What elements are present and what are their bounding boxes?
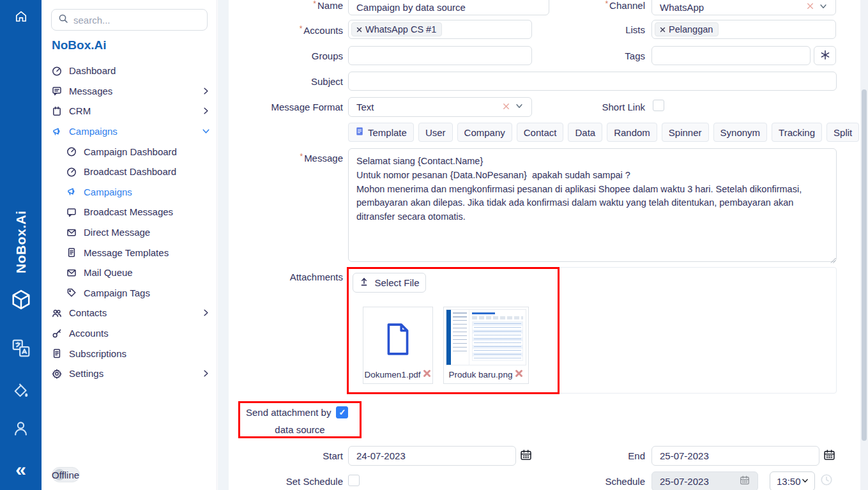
accounts-multiselect[interactable]: WhatsApp CS #1 [348,20,532,39]
insert-contact-button[interactable]: Contact [517,123,564,142]
collapse-sidebar-icon[interactable]: « [0,461,42,478]
dashboard-icon [66,146,77,157]
list-chip: Pelanggan [655,22,719,36]
gear-icon [51,369,62,379]
message-textarea[interactable]: Selamat siang {Contact.Name} Untuk nomor… [348,148,837,262]
remove-chip-icon[interactable] [659,26,666,33]
content-gap [218,0,229,490]
dashboard-icon [51,66,62,76]
theme-paint-icon[interactable] [0,382,42,400]
insert-buttons-row: Template User Company Contact Data Rando… [348,123,859,142]
lists-multiselect[interactable]: Pelanggan [651,20,836,39]
nav-menu: Dashboard Messages CRM Campaigns Campaig… [51,61,211,384]
start-label: Start [234,450,343,461]
chevron-right-icon [201,86,211,96]
campaign-form: *Name *Channel WhatsApp *Accounts WhatsA… [229,0,860,490]
chevron-down-icon [801,476,809,487]
sidebar-item-dashboard[interactable]: Dashboard [51,61,211,81]
calendar-icon[interactable] [520,449,532,461]
sidebar: NoBox.Ai Dashboard Messages CRM Campaign… [42,0,217,490]
insert-split-button[interactable]: Split [826,123,859,142]
sidebar-item-broadcast-messages[interactable]: Broadcast Messages [51,202,211,222]
insert-user-button[interactable]: User [418,123,453,142]
send-attachment-checkbox[interactable]: ✓ [336,406,348,418]
chevron-down-icon [201,126,211,136]
sidebar-item-mail-queue[interactable]: Mail Queue [51,263,211,283]
required-marker: * [605,0,608,8]
sidebar-item-direct-message[interactable]: Direct Message [51,222,211,243]
document-icon [51,348,62,358]
send-attachment-label-2: data source [240,424,360,435]
name-label: *Name [234,0,343,11]
key-icon [51,328,62,339]
delete-attachment-icon[interactable] [515,369,523,379]
sidebar-item-campaigns-sub[interactable]: Campaigns [51,182,211,203]
remove-chip-icon[interactable] [356,26,363,33]
clear-x-icon[interactable] [501,102,511,113]
delete-attachment-icon[interactable] [423,369,431,379]
insert-data-button[interactable]: Data [568,123,602,142]
clear-x-icon[interactable] [805,1,815,13]
schedule-date-input: 25-07-2023 [651,471,758,490]
translate-icon[interactable] [0,339,42,358]
schedule-time-select[interactable]: 13:50 [770,471,815,490]
required-marker: * [300,152,303,161]
sidebar-item-campaigns[interactable]: Campaigns [51,121,211,142]
message-format-select[interactable]: Text [348,97,532,117]
insert-random-button[interactable]: Random [607,123,657,142]
page-scrollbar[interactable] [860,0,868,490]
insert-spinner-button[interactable]: Spinner [662,123,709,142]
chevron-down-icon [515,102,524,112]
insert-company-button[interactable]: Company [457,123,512,142]
scrollbar-thumb[interactable] [862,89,867,441]
brand-title: NoBox.Ai [52,38,107,52]
tags-wildcard-button[interactable] [814,46,836,65]
tags-multiselect[interactable] [651,46,811,65]
groups-label: Groups [234,50,343,61]
calendar-icon[interactable] [823,449,835,461]
resize-handle-icon[interactable] [830,254,836,266]
sidebar-item-contacts[interactable]: Contacts [51,303,211,323]
upload-icon [359,277,369,289]
search-box[interactable] [51,9,208,31]
name-input[interactable] [348,0,549,15]
sidebar-item-settings[interactable]: Settings [51,364,211,384]
chevron-right-icon [201,106,211,116]
template-doc-icon [355,126,365,138]
end-date-input[interactable]: 25-07-2023 [651,446,819,466]
image-thumbnail [446,309,526,365]
attachment-filename: Produk baru.png [449,370,513,379]
home-icon[interactable] [0,10,42,23]
sidebar-item-message-templates[interactable]: Message Templates [51,242,211,263]
calendar-icon [740,475,750,487]
people-icon [51,308,62,318]
select-file-button[interactable]: Select File [353,273,426,293]
groups-multiselect[interactable] [348,46,532,65]
nobox-logo-icon[interactable] [0,289,42,310]
user-profile-icon[interactable] [0,420,42,437]
insert-tracking-button[interactable]: Tracking [772,123,822,142]
required-marker: * [313,0,316,8]
attachment-card-image[interactable]: Produk baru.png [443,307,529,384]
channel-label: *Channel [568,0,645,11]
short-link-checkbox[interactable] [653,100,664,111]
subject-input[interactable] [348,72,837,91]
start-date-input[interactable]: 24-07-2023 [348,446,516,466]
sidebar-item-campaign-dashboard[interactable]: Campaign Dashboard [51,141,211,162]
set-schedule-checkbox[interactable] [348,475,360,486]
sidebar-item-subscriptions[interactable]: Subscriptions [51,343,211,364]
search-icon [58,13,68,26]
insert-synonym-button[interactable]: Synonym [713,123,768,142]
required-marker: * [300,24,303,33]
app-rail: NoBox.Ai « [0,0,42,490]
sidebar-item-campaign-tags[interactable]: Campaign Tags [51,283,211,303]
sidebar-item-messages[interactable]: Messages [51,81,211,102]
insert-template-button[interactable]: Template [348,123,414,142]
search-input[interactable] [73,15,188,26]
message-label: *Message [234,152,343,164]
sidebar-item-accounts[interactable]: Accounts [51,323,211,344]
attachment-card-pdf[interactable]: Dokumen1.pdf [363,307,433,384]
channel-select[interactable]: WhatsApp [651,0,836,15]
sidebar-item-broadcast-dashboard[interactable]: Broadcast Dashboard [51,162,211,182]
sidebar-item-crm[interactable]: CRM [51,101,211,121]
